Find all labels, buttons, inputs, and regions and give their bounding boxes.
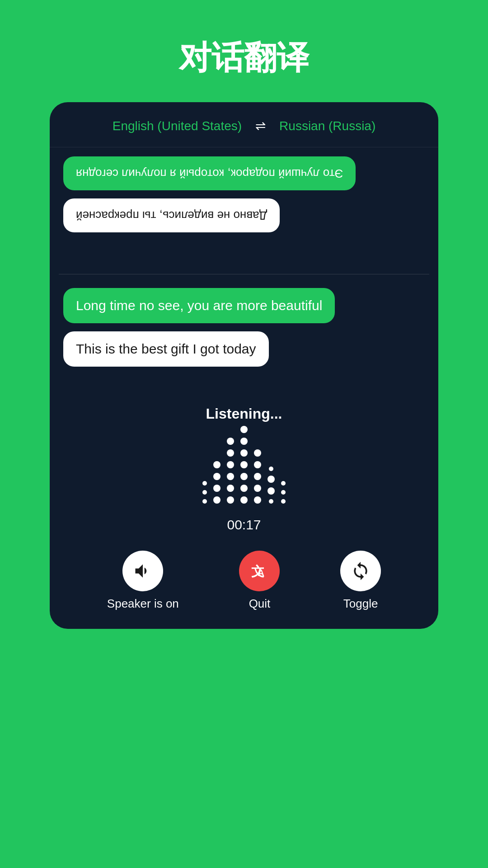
dot [213,496,221,504]
dot [227,485,234,492]
bubble-green: Long time no see, you are more beautiful [63,288,335,323]
dot [227,461,234,468]
dot [269,467,273,471]
listening-label: Listening... [206,406,282,422]
dot [240,449,248,457]
left-language-label[interactable]: English (United States) [113,119,242,133]
dot [227,496,234,504]
wave-col-3 [227,438,234,504]
quit-button[interactable]: 文 A [239,551,280,591]
speaker-button[interactable] [122,551,163,591]
dot [227,438,234,445]
dot [202,490,207,495]
recording-timer: 00:17 [227,517,261,533]
dot [240,426,248,433]
toggle-control: Toggle [340,551,381,611]
conversation-bottom: Long time no see, you are more beautiful… [50,274,438,392]
dot [202,481,207,486]
dot [240,485,248,492]
svg-text:A: A [258,568,265,578]
quit-control: 文 A Quit [239,551,280,611]
translate-icon: 文 A [249,561,269,581]
wave-col-5 [254,449,261,504]
dot [281,499,286,504]
speaker-control: Speaker is on [107,551,179,611]
dot [240,461,248,468]
dot [281,481,286,486]
wave-col-7 [281,481,286,504]
flipped-bubble-green: Это лучший подарок, который я получил се… [63,156,356,190]
speaker-icon [133,561,153,581]
dot [227,449,234,457]
toggle-button[interactable] [340,551,381,591]
dot [240,496,248,504]
conversation-top: Давно не виделись, ты прекрасней Это луч… [50,147,438,274]
dot [254,461,261,468]
toggle-label: Toggle [343,597,378,611]
speaker-label: Speaker is on [107,597,179,611]
dot [213,473,221,480]
dot [240,438,248,445]
toggle-icon [351,561,371,581]
dot [227,473,234,480]
main-card: English (United States) ⇌ Russian (Russi… [50,102,438,629]
wave-col-6 [267,467,275,504]
dot [254,473,261,480]
dot [269,499,273,504]
wave-col-4 [240,426,248,504]
language-header: English (United States) ⇌ Russian (Russi… [50,102,438,147]
swap-languages-icon[interactable]: ⇌ [255,118,266,133]
dot [213,461,221,468]
listening-section: Listening... [50,392,438,542]
bubble-white: This is the best gift I got today [63,331,269,367]
dot [267,476,275,483]
dot [254,449,261,457]
wave-col-1 [202,481,207,504]
dot [254,485,261,492]
dot [267,487,275,495]
quit-label: Quit [249,597,271,611]
dot [240,473,248,480]
waveform [193,431,295,504]
dot [254,496,261,504]
wave-col-2 [213,461,221,504]
app-title: 对话翻译 [179,36,309,80]
dot [281,490,286,495]
dot [213,485,221,492]
dot [202,499,207,504]
right-language-label[interactable]: Russian (Russia) [279,119,375,133]
flipped-bubble-white: Давно не виделись, ты прекрасней [63,198,280,232]
bottom-controls: Speaker is on 文 A Quit Toggle [50,542,438,629]
